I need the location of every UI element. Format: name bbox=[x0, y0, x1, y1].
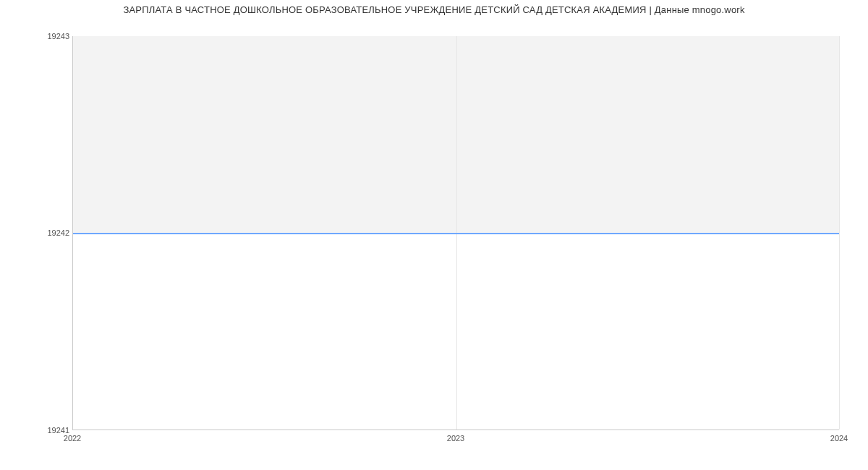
plot-area bbox=[72, 36, 839, 430]
y-tick-label: 19242 bbox=[33, 228, 69, 237]
salary-line-chart: ЗАРПЛАТА В ЧАСТНОЕ ДОШКОЛЬНОЕ ОБРАЗОВАТЕ… bbox=[0, 0, 868, 470]
gridline-v bbox=[839, 36, 840, 430]
x-tick-label: 2022 bbox=[64, 434, 81, 443]
y-tick-label: 19243 bbox=[33, 32, 69, 40]
series-line-salary bbox=[73, 233, 839, 234]
chart-title: ЗАРПЛАТА В ЧАСТНОЕ ДОШКОЛЬНОЕ ОБРАЗОВАТЕ… bbox=[0, 4, 868, 15]
x-tick-label: 2024 bbox=[830, 434, 848, 443]
x-tick-label: 2023 bbox=[447, 434, 464, 443]
